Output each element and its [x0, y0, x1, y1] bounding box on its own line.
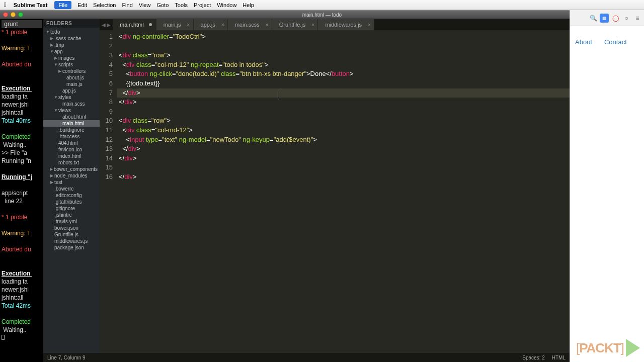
search-icon[interactable]: 🔍	[589, 14, 598, 23]
code-line[interactable]: </div>	[117, 172, 644, 182]
tab-app-js[interactable]: app.js×	[194, 19, 228, 30]
menu-window[interactable]: Window	[217, 2, 236, 8]
folder-todo[interactable]: ▼todo	[43, 29, 100, 35]
zoom-icon[interactable]	[18, 12, 23, 17]
chevron-right-icon[interactable]: ▶	[49, 180, 54, 185]
chevron-right-icon[interactable]: ▶	[49, 43, 54, 47]
folder-bower_components[interactable]: ▶bower_components	[43, 166, 100, 172]
file-favicon-ico[interactable]: favicon.ico	[43, 146, 100, 153]
chevron-right-icon[interactable]: ▶	[49, 173, 54, 178]
menu-help[interactable]: Help	[243, 2, 254, 8]
tab-Gruntfile-js[interactable]: Gruntfile.js×	[272, 19, 318, 30]
close-icon[interactable]: ×	[265, 22, 268, 28]
minimize-icon[interactable]	[11, 12, 16, 17]
menu-edit[interactable]: Edit	[77, 2, 87, 8]
code-line[interactable]: </div>	[117, 98, 644, 107]
menu-file[interactable]: File	[54, 1, 71, 9]
folder-images[interactable]: ▶images	[43, 55, 100, 61]
folder-node_modules[interactable]: ▶node_modules	[43, 172, 100, 179]
close-icon[interactable]: ×	[311, 22, 314, 28]
file--bowerrc[interactable]: .bowerrc	[43, 186, 100, 192]
file--buildignore[interactable]: .buildignore	[43, 127, 100, 133]
code-line[interactable]: </div>	[117, 88, 644, 98]
code-line[interactable]: <button ng-click="done(todo.id)" class="…	[117, 69, 644, 79]
close-icon[interactable]	[3, 12, 8, 17]
file-Gruntfile-js[interactable]: Gruntfile.js	[43, 231, 100, 238]
tab-nav[interactable]: ◀ ▶	[100, 19, 113, 30]
window-controls[interactable]	[3, 12, 23, 17]
code-line[interactable]	[117, 107, 644, 117]
code-line[interactable]: <input type="text" ng-model="newTodo" ng…	[117, 135, 644, 145]
folder-controllers[interactable]: ▶controllers	[43, 68, 100, 74]
browser-toolbar[interactable]: 🔍 ▦ ◯ ○ ≡	[570, 10, 644, 26]
chevron-down-icon[interactable]: ▼	[53, 62, 58, 67]
close-icon[interactable]: ×	[187, 22, 190, 28]
sidebar[interactable]: FOLDERS ▼todo▶.sass-cache▶.tmp▼app▶image…	[43, 19, 100, 362]
code-line[interactable]: <div class="col-md-12" ng-repeat="todo i…	[117, 60, 644, 70]
chevron-down-icon[interactable]: ▼	[49, 49, 54, 54]
chevron-down-icon[interactable]: ▼	[53, 95, 58, 100]
chevron-down-icon[interactable]: ▼	[45, 30, 50, 34]
apple-icon[interactable]: 	[4, 1, 7, 9]
ext-icon-3[interactable]: ○	[622, 14, 631, 23]
chevron-right-icon[interactable]: ▶	[49, 36, 54, 41]
code-area[interactable]: 12345678910111213141516 <div ng-controll…	[100, 30, 644, 362]
code-lines[interactable]: <div ng-controller="TodoCtrl"> <div clas…	[117, 32, 644, 362]
menu-find[interactable]: Find	[122, 2, 132, 8]
chevron-down-icon[interactable]: ▼	[53, 108, 58, 113]
close-icon[interactable]: ×	[221, 22, 224, 28]
menu-project[interactable]: Project	[194, 2, 211, 8]
code-line[interactable]	[117, 42, 644, 51]
code-line[interactable]: </div>	[117, 154, 644, 163]
folder-scripts[interactable]: ▼scripts	[43, 61, 100, 68]
status-indent[interactable]: Spaces: 2	[522, 355, 544, 360]
ext-icon-1[interactable]: ▦	[600, 14, 609, 23]
code-line[interactable]: <div class="row">	[117, 51, 644, 60]
file--gitignore[interactable]: .gitignore	[43, 205, 100, 212]
tab-middlewares-js[interactable]: middlewares.js×	[318, 19, 374, 30]
file--gitattributes[interactable]: .gitattributes	[43, 199, 100, 205]
menu-goto[interactable]: Goto	[156, 2, 169, 8]
file-middlewares-js[interactable]: middlewares.js	[43, 238, 100, 244]
terminal-panel[interactable]: grunt * 1 proble Warning: T Aborted du E…	[0, 19, 43, 362]
folder-tree[interactable]: ▼todo▶.sass-cache▶.tmp▼app▶images▼script…	[43, 28, 100, 252]
code-line[interactable]	[117, 163, 644, 172]
file-app-js[interactable]: app.js	[43, 87, 100, 94]
folder-views[interactable]: ▼views	[43, 107, 100, 114]
code-line[interactable]: </div>	[117, 144, 644, 154]
tab-main-js[interactable]: main.js×	[156, 19, 194, 30]
folder--sass-cache[interactable]: ▶.sass-cache	[43, 35, 100, 42]
close-icon[interactable]: ×	[368, 22, 371, 28]
menu-view[interactable]: View	[139, 2, 151, 8]
file-main-html[interactable]: main.html	[43, 120, 100, 127]
menu-tools[interactable]: Tools	[175, 2, 188, 8]
nav-forward-icon[interactable]: ▶	[107, 22, 111, 28]
nav-link-contact[interactable]: Contact	[604, 38, 627, 46]
nav-link-about[interactable]: About	[575, 38, 592, 46]
ext-icon-2[interactable]: ◯	[611, 14, 620, 23]
folder-app[interactable]: ▼app	[43, 48, 100, 55]
file-about-js[interactable]: about.js	[43, 74, 100, 81]
menu-selection[interactable]: Selection	[93, 2, 116, 8]
file-package-json[interactable]: package.json	[43, 244, 100, 251]
tab-main-scss[interactable]: main.scss×	[228, 19, 272, 30]
file-robots-txt[interactable]: robots.txt	[43, 159, 100, 166]
file-404-html[interactable]: 404.html	[43, 140, 100, 146]
code-line[interactable]: <div ng-controller="TodoCtrl">	[117, 32, 644, 42]
tab-bar[interactable]: ◀ ▶ main.htmlmain.js×app.js×main.scss×Gr…	[100, 19, 644, 30]
file-main-scss[interactable]: main.scss	[43, 101, 100, 107]
folder-styles[interactable]: ▼styles	[43, 94, 100, 101]
file-about-html[interactable]: about.html	[43, 114, 100, 120]
tab-main-html[interactable]: main.html	[113, 19, 156, 30]
chevron-right-icon[interactable]: ▶	[53, 56, 58, 60]
file-main-js[interactable]: main.js	[43, 81, 100, 87]
chevron-right-icon[interactable]: ▶	[49, 167, 54, 171]
status-language[interactable]: HTML	[552, 355, 566, 360]
menu-icon[interactable]: ≡	[633, 14, 642, 23]
code-line[interactable]: {{todo.text}}	[117, 79, 644, 88]
file--htaccess[interactable]: .htaccess	[43, 133, 100, 140]
folder--tmp[interactable]: ▶.tmp	[43, 42, 100, 48]
file--editorconfig[interactable]: .editorconfig	[43, 192, 100, 199]
file--travis-yml[interactable]: .travis.yml	[43, 218, 100, 225]
file--jshintrc[interactable]: .jshintrc	[43, 212, 100, 218]
